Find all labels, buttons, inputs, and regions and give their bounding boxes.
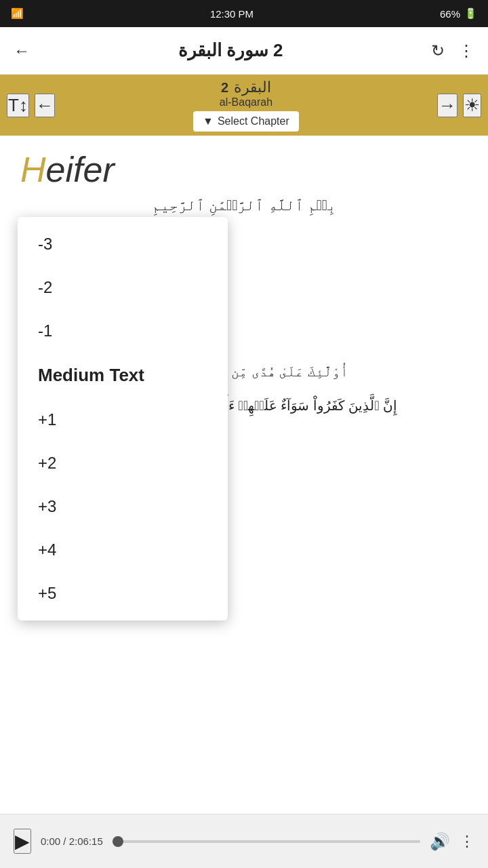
surah-info: 2 البقرة [221,79,271,96]
toolbar: T↕ ← 2 البقرة al-Baqarah ▼ Select Chapte… [0,75,488,136]
back-button[interactable]: ← [14,41,30,60]
time-label: 0:00 / 2:06:15 [41,835,103,847]
font-size-option-+5[interactable]: +5 [18,572,228,615]
font-size-option--3[interactable]: -3 [18,222,228,266]
progress-thumb [113,836,123,847]
play-button[interactable]: ▶ [14,829,31,854]
brightness-button[interactable]: ☀ [463,94,481,117]
app-bar: ← 2 سورة البقرة ↻ ⋮ [0,27,488,75]
font-size-option--1[interactable]: -1 [18,309,228,353]
audio-player: ▶ 0:00 / 2:06:15 🔊 ⋮ [0,814,488,868]
surah-title-partial: Heifer [20,150,115,189]
toolbar-center: 2 البقرة al-Baqarah ▼ Select Chapter [55,79,437,132]
bismillah-text: بِسۡمِ ٱللَّهِ ٱلرَّحۡمَٰنِ ٱلرَّحِيمِ [20,197,468,214]
status-time: 12:30 PM [210,8,253,20]
font-size-button[interactable]: T↕ [7,94,29,117]
status-signal: 📶 [11,7,24,20]
surah-title-area: Heifer [20,149,468,190]
surah-transliteration: al-Baqarah [220,96,272,108]
battery-percent: 66% [440,8,460,20]
status-bar: 📶 12:30 PM 66% 🔋 [0,0,488,27]
font-size-option-medium[interactable]: Medium Text [18,353,228,398]
signal-icon: 📶 [11,7,24,20]
audio-more-button[interactable]: ⋮ [460,833,474,850]
refresh-button[interactable]: ↻ [431,41,445,60]
volume-button[interactable]: 🔊 [430,832,450,851]
next-surah-button[interactable]: → [437,94,458,117]
select-chapter-button[interactable]: ▼ Select Chapter [193,111,299,132]
font-size-option-+2[interactable]: +2 [18,441,228,485]
select-chapter-label: Select Chapter [218,115,289,127]
font-size-option-+4[interactable]: +4 [18,528,228,572]
toolbar-right: → ☀ [437,94,481,117]
font-size-option-+1[interactable]: +1 [18,398,228,441]
status-battery-area: 66% 🔋 [440,7,477,20]
app-bar-title: 2 سورة البقرة [178,40,283,61]
app-bar-actions: ↻ ⋮ [431,41,474,60]
surah-number: 2 [221,80,228,96]
surah-arabic-name: البقرة [234,79,271,96]
more-options-button[interactable]: ⋮ [458,41,474,60]
dropdown-arrow-icon: ▼ [203,115,214,127]
progress-bar[interactable] [113,840,420,843]
font-size-option--2[interactable]: -2 [18,266,228,309]
prev-surah-button[interactable]: ← [35,94,55,117]
toolbar-left: T↕ ← [7,94,55,117]
font-size-option-+3[interactable]: +3 [18,485,228,528]
battery-icon: 🔋 [464,7,477,20]
font-size-dropdown: -3-2-1Medium Text+1+2+3+4+5 [18,217,228,620]
